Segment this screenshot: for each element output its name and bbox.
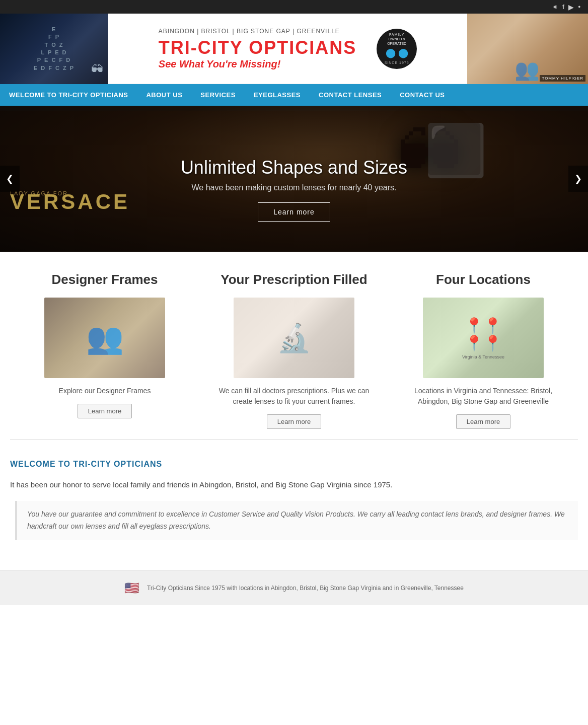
logo-area: FAMILY OWNED & OPERATED ⬤ ⬤ SINCE 1975 xyxy=(377,29,417,69)
welcome-quote: You have our guarantee and commitment to… xyxy=(15,501,578,540)
prescription-learn-more-button[interactable]: Learn more xyxy=(267,414,321,429)
designer-frames-learn-more-button[interactable]: Learn more xyxy=(78,404,132,418)
header-title: TRI-CITY OPTICIANS xyxy=(159,37,356,58)
designer-frames-title: Designer Frames xyxy=(25,272,184,287)
since-text: SINCE 1975 xyxy=(385,60,409,65)
footer-flag: 🇺🇸 xyxy=(124,581,139,595)
nav-item-services[interactable]: SERVICES xyxy=(191,84,245,106)
hero-prev-arrow[interactable]: ❮ xyxy=(0,166,20,192)
column-prescription: Your Prescription Filled 🔬 We can fill a… xyxy=(199,272,389,429)
three-columns: Designer Frames 👥 Explore our Designer F… xyxy=(10,252,578,440)
versace-brand: VERSACE xyxy=(10,190,130,214)
map-graphic: 📍📍 📍📍 Virginia & Tennessee xyxy=(457,312,509,365)
badge-line2: OWNED & xyxy=(388,37,405,41)
glasses-logo-icon: ⬤ ⬤ xyxy=(386,47,408,59)
pinterest-icon[interactable]: ⦁ xyxy=(578,3,580,11)
designer-frames-description: Explore our Designer Frames xyxy=(25,386,184,396)
prescription-title: Your Prescription Filled xyxy=(214,272,374,287)
header-locations: ABINGDON | BRISTOL | BIG STONE GAP | GRE… xyxy=(159,28,356,35)
header-right-image: 👥 TOMMY HILFIGER xyxy=(467,14,588,84)
header-brand: ABINGDON | BRISTOL | BIG STONE GAP | GRE… xyxy=(159,28,417,70)
welcome-section: WELCOME TO TRI-CITY OPTICIANS It has bee… xyxy=(0,440,588,555)
badge-line1: FAMILY xyxy=(389,32,404,37)
footer: 🇺🇸 Tri-City Opticians Since 1975 with lo… xyxy=(0,570,588,605)
glasses-decorative: 🕶 xyxy=(91,62,103,77)
rss-icon[interactable]: ⁕ xyxy=(552,3,558,11)
locations-image: 📍📍 📍📍 Virginia & Tennessee xyxy=(423,298,544,378)
header-left-image: EF PT O ZL P E DP E C F DE D F C Z P 🕶 xyxy=(0,14,108,84)
facebook-icon[interactable]: f xyxy=(562,3,564,11)
header-tagline: See What You're Missing! xyxy=(159,58,356,70)
welcome-body-text: It has been our honor to serve local fam… xyxy=(10,479,578,491)
hair-graphic: ⬛ xyxy=(424,121,487,180)
tommy-hilfiger-image: 👥 TOMMY HILFIGER xyxy=(467,14,588,84)
welcome-section-title: WELCOME TO TRI-CITY OPTICIANS xyxy=(10,460,578,469)
nav-item-contact-us[interactable]: CONTACT US xyxy=(391,84,454,106)
people-graphic: 👥 xyxy=(514,58,540,82)
hero-background: 🕶 ⬛ LADY GAGA FOR VERSACE Unlimited Shap… xyxy=(0,106,588,252)
nav-item-about[interactable]: ABOUT US xyxy=(137,84,191,106)
eye-chart-image: EF PT O ZL P E DP E C F DE D F C Z P 🕶 xyxy=(0,14,108,84)
couple-sunglasses-graphic: 👥 xyxy=(86,320,124,356)
family-badge: FAMILY OWNED & OPERATED ⬤ ⬤ SINCE 1975 xyxy=(377,29,417,69)
locations-title: Four Locations xyxy=(404,272,563,287)
header-center: ABINGDON | BRISTOL | BIG STONE GAP | GRE… xyxy=(108,14,467,84)
nav-item-contact-lenses[interactable]: CONTACT LENSES xyxy=(310,84,391,106)
top-bar: ⁕ f ▶ ⦁ xyxy=(0,0,588,14)
nav-item-eyeglasses[interactable]: EYEGLASSES xyxy=(245,84,310,106)
prescription-image: 🔬 xyxy=(234,298,354,378)
prescription-description: We can fill all doctors prescriptions. P… xyxy=(214,386,374,407)
footer-text: Tri-City Opticians Since 1975 with locat… xyxy=(147,585,464,592)
header: EF PT O ZL P E DP E C F DE D F C Z P 🕶 A… xyxy=(0,14,588,84)
header-text-block: ABINGDON | BRISTOL | BIG STONE GAP | GRE… xyxy=(159,28,356,70)
badge-line3: OPERATED xyxy=(387,41,406,46)
hero-learn-more-button[interactable]: Learn more xyxy=(258,202,330,222)
header-title-text: TRI-CITY OPTICIANS xyxy=(159,37,356,58)
main-nav: WELCOME TO TRI-CITY OPTICIANS ABOUT US S… xyxy=(0,84,588,106)
tommy-hilfiger-badge: TOMMY HILFIGER xyxy=(540,75,585,82)
hero-slider: 🕶 ⬛ LADY GAGA FOR VERSACE Unlimited Shap… xyxy=(0,106,588,252)
locations-description: Locations in Virginia and Tennessee: Bri… xyxy=(404,386,563,407)
column-locations: Four Locations 📍📍 📍📍 Virginia & Tennesse… xyxy=(389,272,578,429)
hero-text-block: Unlimited Shapes and Sizes We have been … xyxy=(168,157,420,222)
youtube-icon[interactable]: ▶ xyxy=(568,3,574,11)
eye-exam-graphic: 🔬 xyxy=(277,322,312,354)
locations-learn-more-button[interactable]: Learn more xyxy=(456,414,510,429)
hero-next-arrow[interactable]: ❯ xyxy=(568,166,588,192)
eye-chart-text: EF PT O ZL P E DP E C F DE D F C Z P xyxy=(34,26,75,72)
nav-item-welcome[interactable]: WELCOME TO TRI-CITY OPTICIANS xyxy=(0,84,137,106)
designer-frames-image: 👥 xyxy=(44,298,165,378)
hero-title: Unlimited Shapes and Sizes xyxy=(168,157,420,178)
hero-subtitle: We have been making custom lenses for ne… xyxy=(168,183,420,192)
column-designer-frames: Designer Frames 👥 Explore our Designer F… xyxy=(10,272,199,429)
